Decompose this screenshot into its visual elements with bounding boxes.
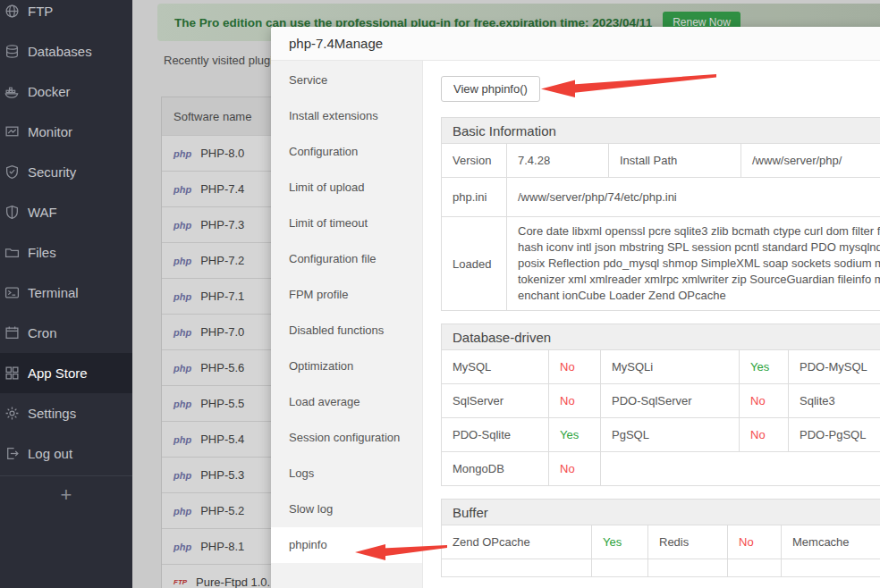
modal-menu-item[interactable]: Configuration bbox=[271, 134, 422, 170]
cell-status: No bbox=[549, 350, 601, 384]
basic-information-table: Version 7.4.28 Install Path /www/server/… bbox=[441, 143, 880, 311]
table-row: Loaded Core date libxml openssl pcre sql… bbox=[442, 217, 880, 311]
table-row-partial bbox=[442, 559, 880, 577]
sidebar-item-icon bbox=[4, 446, 20, 461]
modal-menu-item[interactable]: phpinfo bbox=[271, 527, 422, 563]
modal-body: Service Install extensions Configuration… bbox=[271, 61, 880, 588]
loaded-line: posix Reflection pdo_mysql shmop SimpleX… bbox=[518, 256, 880, 272]
loaded-line: hash iconv intl json mbstring SPL sessio… bbox=[518, 239, 880, 256]
sidebar-item-label: Security bbox=[28, 164, 76, 180]
cell-status: No bbox=[728, 525, 782, 559]
basic-information-section: Basic Information Version 7.4.28 Install… bbox=[441, 117, 880, 311]
cell-status: Yes bbox=[740, 350, 789, 384]
sidebar-item[interactable]: WAF bbox=[0, 192, 132, 232]
section-title: Database-driven bbox=[441, 323, 880, 350]
modal-menu-item[interactable]: FPM profile bbox=[271, 277, 422, 313]
sidebar-item-icon bbox=[4, 245, 20, 260]
modal-menu-item[interactable]: Limit of upload bbox=[271, 170, 422, 206]
modal-menu-item[interactable]: Limit of timeout bbox=[271, 206, 422, 241]
sidebar-item-icon bbox=[4, 285, 20, 300]
cell-label: PDO-PgSQL bbox=[789, 418, 880, 452]
cell-value: /www/server/php/ bbox=[741, 144, 880, 178]
modal-menu-item[interactable]: Load average bbox=[271, 384, 422, 420]
cell-label: Install Path bbox=[609, 144, 741, 178]
database-driven-table: MySQL No MySQLi Yes PDO-MySQL SqlServer … bbox=[441, 349, 880, 486]
sidebar-item[interactable]: Monitor bbox=[0, 112, 132, 152]
cell-status: Yes bbox=[549, 418, 601, 452]
loaded-extensions-cell: Core date libxml openssl pcre sqlite3 zl… bbox=[507, 217, 880, 311]
sidebar-item[interactable]: FTP bbox=[0, 0, 132, 31]
sidebar-item-label: Terminal bbox=[28, 285, 79, 300]
sidebar-item-label: Settings bbox=[28, 406, 76, 421]
cell-label: MySQL bbox=[442, 350, 549, 384]
modal-menu-item[interactable]: Service bbox=[271, 63, 422, 98]
view-phpinfo-button[interactable]: View phpinfo() bbox=[441, 76, 540, 102]
table-row: MySQL No MySQLi Yes PDO-MySQL bbox=[442, 350, 880, 384]
cell-label: Memcache bbox=[782, 525, 880, 559]
modal-menu-item[interactable]: Logs bbox=[271, 456, 422, 491]
add-menu-button[interactable]: + bbox=[0, 476, 132, 514]
sidebar-item-label: Docker bbox=[28, 84, 71, 99]
sidebar-item-label: WAF bbox=[28, 205, 57, 220]
cell-label: Version bbox=[442, 144, 507, 178]
sidebar-menu: FTP Databases Docker Monitor bbox=[0, 0, 132, 474]
sidebar-item-icon bbox=[4, 124, 20, 139]
cell-empty bbox=[601, 452, 880, 486]
loaded-line: enchant ionCube Loader Zend OPcache bbox=[518, 288, 880, 304]
sidebar-item-label: Cron bbox=[28, 325, 57, 340]
sidebar-item-icon bbox=[4, 365, 20, 381]
sidebar-item[interactable]: Settings bbox=[0, 393, 132, 433]
sidebar-item-label: App Store bbox=[28, 365, 88, 381]
sidebar-item[interactable]: Terminal bbox=[0, 273, 132, 313]
section-title: Basic Information bbox=[441, 117, 880, 144]
cell-status: No bbox=[740, 384, 789, 418]
modal-menu-item[interactable]: Optimization bbox=[271, 349, 422, 384]
sidebar-item[interactable]: Databases bbox=[0, 31, 132, 71]
sidebar-item[interactable]: Security bbox=[0, 152, 132, 192]
cell-label: MySQLi bbox=[601, 350, 740, 384]
cell-label: Zend OPcache bbox=[442, 525, 592, 559]
table-row: Version 7.4.28 Install Path /www/server/… bbox=[442, 144, 880, 178]
cell-value: 7.4.28 bbox=[507, 144, 609, 178]
cell-label: PDO-SqlServer bbox=[601, 384, 740, 418]
cell-label: PDO-MySQL bbox=[789, 350, 880, 384]
sidebar-item-label: Files bbox=[28, 245, 56, 260]
modal-menu-item[interactable]: Install extensions bbox=[271, 98, 422, 134]
cell-status: No bbox=[740, 418, 789, 452]
table-row: PDO-Sqlite Yes PgSQL No PDO-PgSQL bbox=[442, 418, 880, 452]
cell-label: Redis bbox=[648, 525, 728, 559]
database-driven-section: Database-driven MySQL No MySQLi Yes PDO-… bbox=[441, 323, 880, 486]
sidebar: FTP Databases Docker Monitor bbox=[0, 0, 132, 588]
sidebar-item[interactable]: Files bbox=[0, 232, 132, 273]
section-title: Buffer bbox=[441, 499, 880, 525]
cell-label: PgSQL bbox=[601, 418, 740, 452]
modal-menu-item[interactable]: Configuration file bbox=[271, 241, 422, 277]
table-row: Zend OPcache Yes Redis No Memcache bbox=[442, 525, 880, 559]
modal-menu-item[interactable]: Session configuration bbox=[271, 420, 422, 456]
loaded-line: Core date libxml openssl pcre sqlite3 zl… bbox=[518, 223, 880, 239]
cell-label: php.ini bbox=[442, 178, 507, 217]
sidebar-item-icon bbox=[4, 406, 20, 421]
phpinfo-panel: View phpinfo() Basic Information Version… bbox=[423, 61, 880, 588]
cell-label: Loaded bbox=[442, 217, 507, 311]
sidebar-item[interactable]: Docker bbox=[0, 71, 132, 112]
cell-status: No bbox=[549, 384, 601, 418]
sidebar-item[interactable]: App Store bbox=[0, 353, 132, 393]
cell-label: MongoDB bbox=[442, 452, 549, 486]
modal-menu: Service Install extensions Configuration… bbox=[271, 61, 423, 588]
sidebar-item[interactable]: Log out bbox=[0, 433, 132, 474]
sidebar-item[interactable]: Cron bbox=[0, 313, 132, 353]
table-row: php.ini /www/server/php/74/etc/php.ini bbox=[442, 178, 880, 217]
sidebar-item-label: Databases bbox=[28, 44, 92, 59]
sidebar-item-icon bbox=[4, 205, 20, 220]
screen: The Pro edition can use the professional… bbox=[0, 0, 880, 588]
loaded-line: tokenizer xml xmlreader xmlrpc xmlwriter… bbox=[518, 272, 880, 288]
modal-menu-item[interactable]: Disabled functions bbox=[271, 313, 422, 349]
cell-label: PDO-Sqlite bbox=[442, 418, 549, 452]
sidebar-item-icon bbox=[4, 4, 20, 19]
modal-menu-item[interactable]: Slow log bbox=[271, 491, 422, 527]
cell-status: No bbox=[549, 452, 601, 486]
table-row: MongoDB No bbox=[442, 452, 880, 486]
sidebar-item-icon bbox=[4, 44, 20, 59]
cell-label: SqlServer bbox=[442, 384, 549, 418]
